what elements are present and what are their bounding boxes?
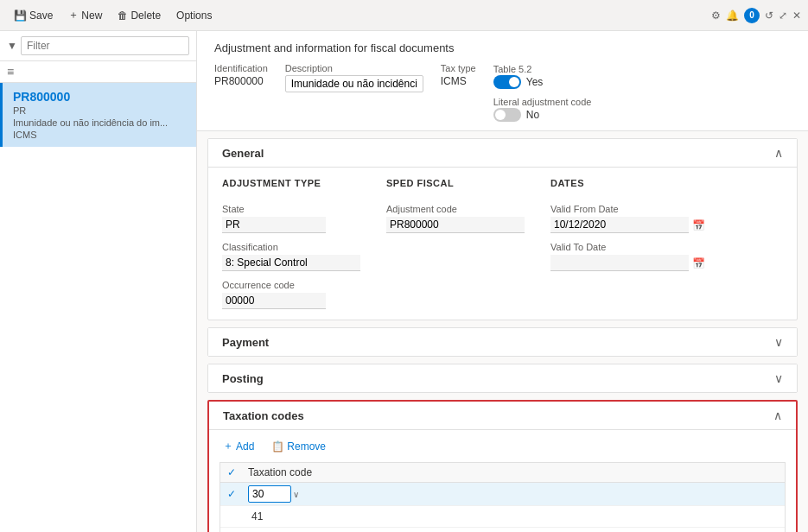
- row1-check: ✓: [227, 488, 248, 500]
- desc-label: Description: [285, 63, 423, 73]
- row1-dropdown: ∨: [248, 485, 299, 503]
- valid-to-label: Valid To Date: [550, 242, 705, 252]
- right-panel: Adjustment and information for fiscal do…: [197, 31, 808, 532]
- payment-section-header[interactable]: Payment ∨: [208, 328, 797, 356]
- list-item[interactable]: PR800000 PR Imunidade ou não incidência …: [0, 83, 196, 147]
- table-row: ✓ ∨: [220, 483, 785, 506]
- posting-title: Posting: [222, 372, 264, 385]
- save-button[interactable]: 💾 Save: [7, 6, 60, 25]
- general-title: General: [222, 147, 264, 160]
- sped-subtitle: SPED FISCAL: [386, 178, 525, 188]
- filter-bar: ▼: [0, 31, 196, 61]
- table-actions: ＋ Add 📋 Remove: [219, 437, 786, 455]
- sped-col: SPED FISCAL Adjustment code: [386, 178, 525, 309]
- dropdown-arrow-icon[interactable]: ∨: [293, 490, 299, 499]
- valid-from-field: Valid From Date 📅: [550, 204, 705, 233]
- toolbar-right: ⚙ 🔔 0 ↺ ⤢ ✕: [711, 8, 801, 23]
- state-input[interactable]: [222, 217, 326, 233]
- general-content: ADJUSTMENT TYPE State Classification Occ…: [208, 168, 797, 320]
- speaker-icon[interactable]: 🔔: [726, 10, 739, 22]
- taxation-chevron-icon: ∧: [773, 408, 782, 422]
- general-chevron-icon: ∧: [774, 146, 783, 160]
- tax-type-value: ICMS: [441, 75, 476, 87]
- table52-value: Yes: [526, 76, 544, 88]
- left-panel: ▼ ≡ PR800000 PR Imunidade ou não incidên…: [0, 31, 197, 532]
- literal-value: No: [526, 109, 539, 121]
- remove-icon: 📋: [271, 440, 284, 453]
- hamburger-icon[interactable]: ≡: [7, 65, 14, 79]
- tax-type-label: Tax type: [441, 63, 476, 73]
- toolbar: 💾 Save ＋ New 🗑 Delete Options ⚙ 🔔 0 ↺ ⤢ …: [0, 0, 808, 31]
- taxation-section-header[interactable]: Taxation codes ∧: [209, 402, 796, 430]
- classification-input[interactable]: [222, 255, 360, 271]
- adj-code-label: Adjustment code: [386, 204, 525, 214]
- row2-value: 41: [248, 509, 266, 524]
- save-icon: 💾: [14, 10, 27, 22]
- payment-section: Payment ∨: [207, 327, 798, 357]
- close-icon[interactable]: ✕: [792, 10, 801, 22]
- state-field: State: [222, 204, 360, 233]
- payment-chevron-icon: ∨: [774, 335, 783, 349]
- valid-to-field: Valid To Date 📅: [550, 242, 705, 271]
- funnel-icon: ▼: [7, 40, 17, 52]
- posting-chevron-icon: ∨: [774, 371, 783, 385]
- refresh-icon[interactable]: ↺: [765, 10, 773, 22]
- occurrence-field: Occurrence code: [222, 280, 360, 309]
- occurrence-input[interactable]: [222, 293, 326, 309]
- new-icon: ＋: [68, 8, 79, 22]
- table52-label: Table 5.2: [493, 64, 532, 74]
- table-row: 41: [220, 506, 785, 528]
- tax-type-group: Tax type ICMS: [441, 63, 476, 87]
- header-check-icon: ✓: [227, 466, 248, 478]
- adj-type-subtitle: ADJUSTMENT TYPE: [222, 178, 360, 188]
- taxation-section: Taxation codes ∧ ＋ Add 📋 Remove: [207, 400, 798, 532]
- list-item-sub3: ICMS: [13, 130, 186, 140]
- popout-icon[interactable]: ⤢: [779, 10, 787, 22]
- remove-button[interactable]: 📋 Remove: [268, 439, 329, 454]
- identification-group: Identification PR800000: [214, 63, 268, 87]
- posting-section: Posting ∨: [207, 364, 798, 393]
- add-button[interactable]: ＋ Add: [219, 437, 258, 455]
- posting-section-header[interactable]: Posting ∨: [208, 364, 797, 392]
- literal-toggle[interactable]: [493, 108, 521, 122]
- general-section: General ∧ ADJUSTMENT TYPE State Classifi…: [207, 138, 798, 320]
- literal-row: Literal adjustment code No: [493, 96, 592, 122]
- state-label: State: [222, 204, 360, 214]
- table-header: ✓ Taxation code: [220, 463, 785, 483]
- delete-button[interactable]: 🗑 Delete: [111, 6, 168, 25]
- taxation-table: ✓ Taxation code ✓ ∨: [219, 462, 786, 532]
- literal-toggle-row: No: [493, 108, 592, 122]
- calendar-from-icon[interactable]: 📅: [692, 219, 705, 231]
- list-item-id: PR800000: [13, 90, 186, 104]
- settings-icon[interactable]: ⚙: [711, 10, 721, 22]
- header-section: Adjustment and information for fiscal do…: [197, 31, 808, 131]
- calendar-to-icon[interactable]: 📅: [692, 257, 705, 269]
- options-button[interactable]: Options: [169, 6, 219, 25]
- table52-toggle-row: Yes: [493, 75, 592, 89]
- table52-toggle[interactable]: [493, 75, 521, 89]
- user-avatar: 0: [744, 8, 760, 23]
- classification-label: Classification: [222, 242, 360, 252]
- general-section-header[interactable]: General ∧: [208, 139, 797, 168]
- desc-input[interactable]: [285, 75, 423, 92]
- adj-code-input[interactable]: [386, 217, 525, 233]
- taxation-content: ＋ Add 📋 Remove ✓ Taxation code: [209, 430, 796, 532]
- header-fields: Identification PR800000 Description Tax …: [214, 63, 791, 122]
- row1-input[interactable]: [248, 485, 291, 503]
- filter-input[interactable]: [21, 36, 189, 55]
- valid-from-label: Valid From Date: [550, 204, 705, 214]
- valid-from-input[interactable]: [550, 217, 689, 233]
- dates-col: DATES Valid From Date 📅 Valid To Date 📅: [550, 178, 705, 309]
- id-value: PR800000: [214, 75, 268, 87]
- list-item-sub1: PR: [13, 105, 186, 116]
- id-label: Identification: [214, 63, 268, 73]
- literal-label: Literal adjustment code: [493, 97, 592, 107]
- new-button[interactable]: ＋ New: [61, 4, 109, 26]
- valid-to-input[interactable]: [550, 255, 689, 271]
- classification-field: Classification: [222, 242, 360, 271]
- table52-row: Table 5.2 Yes: [493, 63, 592, 89]
- payment-title: Payment: [222, 336, 269, 349]
- description-group: Description: [285, 63, 423, 92]
- taxation-title: Taxation codes: [223, 409, 304, 422]
- adj-type-col: ADJUSTMENT TYPE State Classification Occ…: [222, 178, 360, 309]
